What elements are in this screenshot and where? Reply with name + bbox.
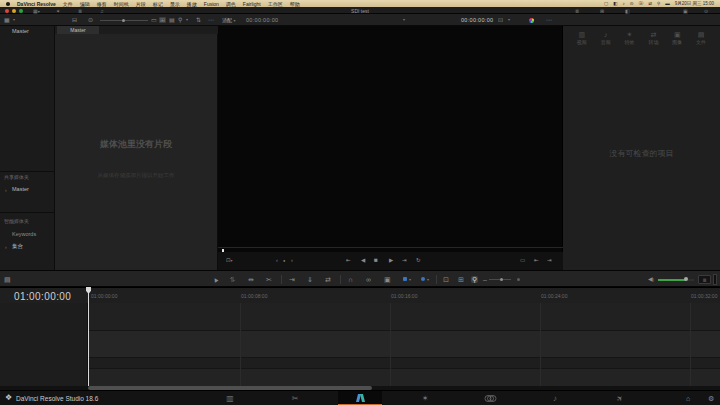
menubar-status-icon[interactable]: ⇄ xyxy=(648,1,652,6)
search-filter-chevron-icon[interactable]: ▾ xyxy=(186,18,188,22)
grab-still-color-icon[interactable] xyxy=(529,18,534,23)
jog-right-icon[interactable]: › xyxy=(291,258,293,264)
link-clips-button[interactable]: ∞ xyxy=(366,276,371,283)
menubar-datetime[interactable]: 9月20日 周三 15:00 xyxy=(675,1,714,6)
play-forward-button[interactable]: ▶ xyxy=(389,258,393,264)
page-fairlight-button[interactable]: ♪ xyxy=(540,391,570,405)
menu-item-workspace[interactable]: 工作区 xyxy=(268,1,283,7)
page-color-button[interactable] xyxy=(475,391,505,405)
jog-left-icon[interactable]: ‹ xyxy=(276,258,278,264)
go-to-last-frame-button[interactable]: ⇥ xyxy=(402,258,407,264)
position-lock-button[interactable]: ▣ xyxy=(384,276,391,283)
tab-audio[interactable]: ♪音频 xyxy=(601,28,611,52)
tab-effects[interactable]: ✶特效 xyxy=(625,28,635,52)
mark-in-button[interactable]: ⇤ xyxy=(534,258,539,264)
viewer-mode-dropdown[interactable]: ⊡▾ xyxy=(226,258,233,264)
search-icon[interactable]: ⚲ xyxy=(178,17,182,23)
audio-track-lane[interactable] xyxy=(0,331,720,357)
menu-item-fusion[interactable]: Fusion xyxy=(204,1,219,7)
timeline-view-options-button[interactable]: ▤ xyxy=(4,276,11,283)
thumbnail-size-slider-handle[interactable] xyxy=(122,19,125,22)
selection-mode-tool[interactable]: ▲ xyxy=(211,275,221,285)
menu-item-help[interactable]: 帮助 xyxy=(290,1,300,7)
go-to-first-frame-button[interactable]: ⇤ xyxy=(346,258,351,264)
tab-transition[interactable]: ⇄转场 xyxy=(648,28,658,52)
page-media-button[interactable]: ▥ xyxy=(215,391,245,405)
project-settings-gear-button[interactable]: ⚙ xyxy=(708,395,714,402)
smart-bin-collection[interactable]: 集合 xyxy=(12,243,23,250)
razor-edit-mode-tool[interactable]: ✂ xyxy=(266,276,272,283)
timeline-zoom-slider-handle[interactable] xyxy=(500,278,503,281)
full-extent-zoom-button[interactable]: ⊡ xyxy=(443,276,449,283)
mark-out-button[interactable]: ⇥ xyxy=(547,258,552,264)
flag-dropdown-icon[interactable]: ▾ xyxy=(409,278,411,282)
menu-item-playback[interactable]: 播放 xyxy=(187,1,197,7)
page-cut-button[interactable]: ✂ xyxy=(280,391,310,405)
page-fusion-button[interactable]: ✶ xyxy=(410,391,440,405)
dynamic-trim-mode-tool[interactable]: ⇹ xyxy=(248,276,254,283)
menu-item-timeline[interactable]: 时间线 xyxy=(114,1,129,7)
bin-tree-root-master[interactable]: Master xyxy=(12,28,29,34)
track-header-column[interactable] xyxy=(0,303,88,386)
replace-clip-button[interactable]: ⇄ xyxy=(325,276,331,283)
tab-image[interactable]: ▣图像 xyxy=(672,28,682,52)
menubar-status-icon[interactable]: ▢ xyxy=(604,1,608,6)
track-lane[interactable] xyxy=(0,358,720,368)
tab-file[interactable]: ▤文件 xyxy=(696,28,706,52)
custom-zoom-button[interactable]: ⚲ xyxy=(471,276,478,283)
clone-tool-icon[interactable]: ⊟ xyxy=(72,17,77,23)
chevron-right-icon[interactable]: › xyxy=(5,187,7,193)
stop-button[interactable]: ■ xyxy=(374,257,378,264)
page-deliver-button[interactable]: ✈ xyxy=(605,391,635,405)
chevron-right-icon[interactable]: › xyxy=(5,244,7,250)
flag-color-swatch[interactable] xyxy=(403,277,407,281)
timeline-playhead[interactable] xyxy=(88,287,89,386)
play-reverse-button[interactable]: ◀ xyxy=(361,258,365,264)
bin-tab-master[interactable]: Master xyxy=(57,26,99,34)
menubar-status-icon[interactable]: ⊙ xyxy=(630,1,634,6)
menubar-status-icon[interactable]: ◧ xyxy=(613,1,617,6)
speaker-icon[interactable]: ◀) xyxy=(648,276,654,282)
timeline-select-dropdown[interactable]: ▾ xyxy=(403,18,405,22)
menubar-status-icon[interactable]: ♪ xyxy=(623,1,625,6)
timeline-track-area[interactable] xyxy=(0,303,720,386)
jog-handle-icon[interactable]: ● xyxy=(283,259,285,263)
viewer-options-button[interactable]: ⋯ xyxy=(546,17,552,23)
menu-item-file[interactable]: 文件 xyxy=(63,1,73,7)
overwrite-clip-button[interactable]: ⇓ xyxy=(307,276,313,283)
menu-item-fairlight[interactable]: Fairlight xyxy=(243,1,261,7)
shared-bin-master[interactable]: Master xyxy=(12,186,29,192)
timeline-ruler[interactable]: 01:00:00:00 01:00:00:00 01:00:08:00 01:0… xyxy=(0,287,720,303)
spotlight-icon[interactable]: ⚲ xyxy=(657,1,660,6)
usb-capture-icon[interactable]: ⊙ xyxy=(88,17,93,23)
monitor-chevron-icon[interactable]: ▾ xyxy=(508,18,510,22)
marker-dropdown-icon[interactable]: ▾ xyxy=(427,278,429,282)
menu-item-clip[interactable]: 片段 xyxy=(136,1,146,7)
page-edit-button-active[interactable] xyxy=(338,391,382,405)
control-center-icon[interactable]: ▬ xyxy=(665,1,670,6)
menu-item-mark[interactable]: 标记 xyxy=(153,1,163,7)
menubar-status-icon[interactable]: Ⓐ xyxy=(639,1,644,6)
menu-item-view[interactable]: 显示 xyxy=(170,1,180,7)
mixer-toggle-button[interactable]: ≣ xyxy=(698,275,711,284)
trim-edit-mode-tool[interactable]: ⥮ xyxy=(230,276,235,283)
snapping-button[interactable]: ∩ xyxy=(348,276,353,283)
chevron-down-icon[interactable]: ▾ xyxy=(13,18,15,22)
menu-item-edit[interactable]: 编辑 xyxy=(80,1,90,7)
apple-menu-icon[interactable] xyxy=(6,2,10,6)
loop-playback-button[interactable]: ↻ xyxy=(416,258,421,264)
project-manager-home-button[interactable]: ⌂ xyxy=(686,395,690,402)
tab-video[interactable]: ▥视频 xyxy=(577,28,587,52)
detail-zoom-button[interactable]: ⊞ xyxy=(458,276,464,283)
menu-app-name[interactable]: DaVinci Resolve xyxy=(17,1,56,7)
volume-slider-handle[interactable] xyxy=(684,277,688,281)
video-scope-monitor-button[interactable]: ⊡ xyxy=(498,17,503,23)
match-frame-button[interactable]: ▭ xyxy=(520,258,525,264)
thumbnail-view-button[interactable]: ⊞ xyxy=(159,17,166,23)
track-lane[interactable] xyxy=(0,369,720,386)
insert-clip-button[interactable]: ⇥ xyxy=(289,276,295,283)
list-view-button[interactable]: ▭ xyxy=(151,17,157,23)
video-track-lane[interactable] xyxy=(0,303,720,330)
strip-view-button[interactable]: ▤ xyxy=(169,17,175,23)
bin-sidebar-toggle-button[interactable]: ▦ xyxy=(4,17,10,23)
